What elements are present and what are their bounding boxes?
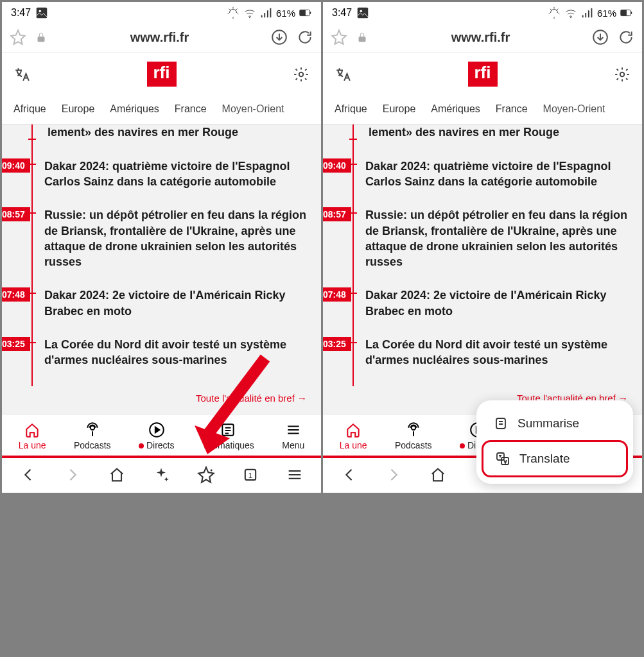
feed-item-partial[interactable]: lement» des navires en mer Rouge — [354, 124, 631, 149]
phone-right: 3:47 61% www.rfi.fr rfi — [323, 2, 642, 493]
battery-pct: 61% — [597, 8, 616, 19]
site-header: rfi — [323, 52, 642, 96]
forward-icon[interactable] — [385, 466, 403, 484]
svg-rect-26 — [496, 418, 505, 429]
feed-item[interactable]: 08:57 Russie: un dépôt pétrolier en feu … — [354, 198, 631, 278]
translate-icon[interactable] — [335, 66, 351, 83]
svg-point-1 — [39, 10, 42, 12]
lock-icon — [34, 30, 48, 44]
feed-item[interactable]: 09:40 Dakar 2024: quatrième victoire de … — [354, 149, 631, 199]
home-icon[interactable] — [429, 466, 447, 484]
svg-rect-18 — [621, 10, 627, 15]
signal-icon — [580, 6, 595, 20]
time-badge: 07:48 — [2, 287, 30, 302]
svg-rect-0 — [37, 8, 48, 19]
live-dot — [139, 443, 144, 448]
rfi-logo[interactable]: rfi — [468, 62, 498, 87]
forward-icon[interactable] — [64, 466, 82, 484]
bookmark-star-icon[interactable] — [197, 466, 215, 484]
back-icon[interactable] — [340, 466, 358, 484]
gallery-icon — [356, 6, 370, 20]
nav-ameriques[interactable]: Amériques — [431, 103, 480, 115]
time-badge: 07:48 — [323, 287, 351, 302]
url-display[interactable]: www.rfi.fr — [53, 30, 266, 45]
url-display[interactable]: www.rfi.fr — [374, 30, 587, 45]
summarise-icon — [493, 416, 509, 431]
popup-translate[interactable]: Translate — [482, 440, 628, 477]
battery-icon — [619, 6, 633, 20]
sparkle-icon[interactable] — [152, 466, 170, 484]
more-link[interactable]: Toute l'actualité en bref → — [13, 386, 309, 414]
status-time: 3:47 — [332, 7, 352, 19]
nav-afrique[interactable]: Afrique — [13, 103, 46, 115]
download-icon[interactable] — [271, 29, 288, 46]
svg-point-15 — [360, 10, 363, 12]
nav-la-une[interactable]: La une — [340, 422, 367, 450]
address-bar: www.rfi.fr — [2, 22, 321, 52]
feed-item-partial[interactable]: lement» des navires en mer Rouge — [33, 124, 309, 149]
hamburger-icon[interactable] — [286, 466, 304, 484]
browser-bottom-bar: 1 — [2, 458, 321, 493]
time-badge: 03:25 — [323, 337, 351, 351]
svg-rect-6 — [38, 37, 45, 42]
rfi-logo[interactable]: rfi — [147, 62, 177, 87]
nav-la-une[interactable]: La une — [19, 422, 46, 450]
svg-rect-19 — [631, 12, 632, 14]
nav-europe[interactable]: Europe — [383, 103, 416, 115]
svg-point-8 — [299, 72, 304, 76]
tabs-icon[interactable]: 1 — [241, 466, 259, 484]
nav-podcasts[interactable]: Podcasts — [395, 422, 432, 450]
gear-icon[interactable] — [293, 66, 309, 83]
home-icon[interactable] — [108, 466, 126, 484]
news-feed[interactable]: lement» des navires en mer Rouge 09:40 D… — [323, 124, 642, 414]
nav-afrique[interactable]: Afrique — [335, 103, 367, 115]
status-time: 3:47 — [11, 7, 31, 19]
star-icon[interactable] — [331, 29, 347, 46]
svg-point-9 — [90, 425, 94, 430]
nav-ameriques[interactable]: Amériques — [110, 103, 159, 115]
svg-rect-4 — [300, 10, 306, 15]
nav-podcasts[interactable]: Podcasts — [74, 422, 111, 450]
feed-item[interactable]: 09:40 Dakar 2024: quatrième victoire de … — [33, 149, 309, 199]
feed-item[interactable]: 08:57 Russie: un dépôt pétrolier en feu … — [33, 198, 309, 278]
wifi-icon — [243, 6, 257, 20]
download-icon[interactable] — [592, 29, 609, 46]
nav-directs[interactable]: Directs — [139, 422, 175, 450]
battery-icon — [298, 6, 312, 20]
nav-france[interactable]: France — [175, 103, 207, 115]
svg-point-22 — [620, 72, 625, 76]
nav-menu[interactable]: Menu — [282, 422, 304, 450]
reload-icon[interactable] — [297, 29, 313, 46]
svg-rect-14 — [358, 8, 369, 19]
podcast-icon — [84, 422, 101, 438]
nav-europe[interactable]: Europe — [62, 103, 95, 115]
translate-icon[interactable] — [13, 66, 30, 83]
signal-icon — [259, 6, 274, 20]
news-feed[interactable]: lement» des navires en mer Rouge 09:40 D… — [2, 124, 321, 414]
status-bar: 3:47 61% — [2, 2, 321, 22]
back-icon[interactable] — [19, 466, 37, 484]
reload-icon[interactable] — [618, 29, 634, 46]
menu-icon — [285, 422, 302, 438]
feed-item[interactable]: 03:25 La Corée du Nord dit avoir testé u… — [354, 328, 631, 377]
nav-moyen-orient[interactable]: Moyen-Orient — [222, 103, 284, 115]
phone-left: 3:47 61% www.rfi.fr — [2, 2, 321, 493]
address-bar: www.rfi.fr — [323, 22, 642, 52]
star-icon[interactable] — [10, 29, 26, 46]
popup-summarise[interactable]: Summarise — [482, 407, 628, 440]
live-dot — [460, 443, 465, 448]
time-badge: 08:57 — [2, 207, 30, 221]
feed-item[interactable]: 07:48 Dakar 2024: 2e victoire de l'Améri… — [354, 278, 631, 328]
feed-item[interactable]: 03:25 La Corée du Nord dit avoir testé u… — [33, 328, 309, 377]
lock-icon — [355, 30, 369, 44]
nav-tabs: Afrique Europe Amériques France Moyen-Or… — [2, 96, 321, 124]
nav-thematiques[interactable]: Thématiques — [202, 422, 254, 450]
battery-pct: 61% — [276, 8, 295, 19]
wifi-icon — [564, 6, 578, 20]
time-badge: 08:57 — [323, 207, 351, 221]
site-header: rfi — [2, 52, 321, 96]
nav-moyen-orient[interactable]: Moyen-Orient — [543, 103, 605, 115]
feed-item[interactable]: 07:48 Dakar 2024: 2e victoire de l'Améri… — [33, 278, 309, 328]
gear-icon[interactable] — [614, 66, 631, 83]
nav-france[interactable]: France — [496, 103, 528, 115]
